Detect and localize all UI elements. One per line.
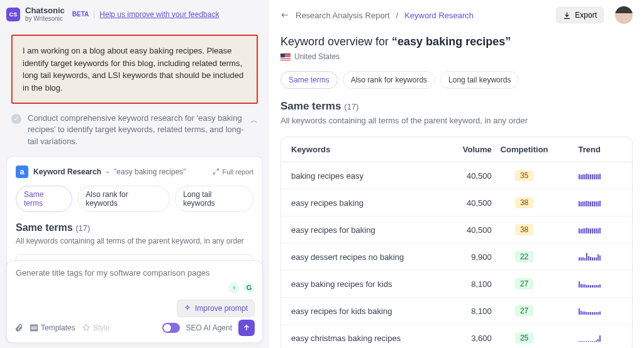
pill-same-terms[interactable]: Same terms [16,186,72,212]
trend-sparkline-icon [579,171,601,179]
cell-volume: 3,600 [441,334,492,343]
attach-icon[interactable] [14,323,23,332]
table-row[interactable]: easy recipes for baking40,50038 [281,216,632,243]
table-row[interactable]: baking recipes easy40,50035 [281,162,632,189]
cell-trend [557,279,622,289]
pill-also-rank[interactable]: Also rank for keywords [77,186,170,212]
cell-competition: 38 [492,197,557,208]
section-subtitle: All keywords containing all terms of the… [16,236,253,247]
task-summary: Conduct comprehensive keyword research f… [28,113,244,147]
user-prompt: I am working on a blog about easy baking… [11,35,258,104]
feedback-link[interactable]: Help us improve with your feedback [99,10,219,19]
cell-volume: 40,500 [441,171,492,181]
pill-long-tail[interactable]: Long tail keywords [175,186,253,212]
cell-competition: 35 [492,170,557,181]
full-report-link[interactable]: Full report [213,168,253,176]
col-competition: Competition [492,145,557,154]
cell-trend [557,225,622,235]
brand-icon-a[interactable]: ♀ [228,282,240,293]
cell-trend [557,171,622,181]
pill-same-terms[interactable]: Same terms [280,71,338,89]
overview-keyword: “easy baking recipes” [392,35,511,48]
overview-prefix: Keyword overview for [280,35,392,48]
cell-volume: 40,500 [441,225,492,235]
grammarly-icon[interactable]: G [243,282,255,293]
cell-competition: 27 [492,278,557,289]
country-label: United States [294,52,340,61]
table-row[interactable]: easy baking recipes for kids8,10027 [281,270,632,297]
cell-keyword: easy recipes baking [291,198,441,208]
cell-trend [557,333,622,344]
cell-volume: 40,500 [441,198,492,208]
col-trend: Trend [557,145,622,154]
cell-trend [557,306,622,317]
section-count: (17) [75,223,90,233]
avatar[interactable] [615,6,633,24]
flag-icon [280,53,291,60]
send-button[interactable] [238,320,255,336]
cell-trend [557,198,622,208]
card-query: "easy baking recipes" [114,167,186,176]
section-subtitle: All keywords containing all terms of the… [280,115,633,126]
cell-volume: 9,900 [441,252,492,262]
trend-sparkline-icon [579,198,601,206]
cell-competition: 25 [492,332,557,344]
cell-competition: 38 [492,224,557,235]
beta-badge: BETA [72,11,89,18]
table-row[interactable]: easy dessert recipes no baking9,90022 [281,243,632,270]
cell-volume: 8,100 [441,306,492,316]
trend-sparkline-icon [579,225,601,233]
section-title: Same terms [280,100,341,112]
cell-keyword: easy dessert recipes no baking [291,252,441,262]
breadcrumb: Research Analysis Report / Keyword Resea… [280,6,633,24]
cell-trend [557,252,622,262]
cell-competition: 27 [492,305,557,317]
table-row[interactable]: easy christmas baking recipes3,60025 [281,324,632,348]
app-byline: by Writesonic [25,15,65,22]
agent-toggle[interactable] [162,323,180,333]
breadcrumb-parent[interactable]: Research Analysis Report [296,11,390,20]
agent-label: SEO AI Agent [186,323,232,332]
back-icon[interactable] [280,11,289,20]
table-row[interactable]: easy recipes for kids baking8,10027 [281,297,632,324]
cell-keyword: easy christmas baking recipes [291,334,441,343]
export-button[interactable]: Export [556,7,604,23]
cell-keyword: baking recipes easy [291,171,441,181]
templates-button[interactable]: Templates [30,323,75,332]
breadcrumb-current: Keyword Research [404,11,474,20]
card-title: Keyword Research [33,167,101,176]
cell-volume: 8,100 [441,279,492,289]
pill-long-tail[interactable]: Long tail keywords [440,71,519,89]
collapse-icon[interactable]: ︿ [250,113,258,126]
section-count: (17) [344,102,358,111]
improve-prompt-button[interactable]: Improve prompt [177,300,255,317]
trend-sparkline-icon [579,252,601,261]
section-title: Same terms [16,222,73,233]
table-row[interactable]: easy recipes baking40,50038 [281,189,632,216]
check-icon: ✓ [11,114,21,124]
keywords-table: Keywords Volume Competition Trend baking… [280,137,633,348]
cell-keyword: easy recipes for kids baking [291,306,441,316]
pill-also-rank[interactable]: Also rank for keywords [343,71,435,89]
app-logo: CS [6,8,20,21]
cell-keyword: easy recipes for baking [291,225,441,235]
col-volume: Volume [441,145,492,154]
tool-icon: a [16,166,28,178]
col-keywords: Keywords [291,145,441,154]
app-name: Chatsonic [25,6,65,15]
cell-keyword: easy baking recipes for kids [291,279,441,289]
trend-sparkline-icon [579,333,601,342]
cell-competition: 22 [492,251,557,262]
trend-sparkline-icon [579,279,601,288]
style-button[interactable]: Style [82,323,110,332]
divider [94,11,94,18]
trend-sparkline-icon [579,306,601,315]
chat-input[interactable] [14,267,255,278]
chat-input-bar: ♀ G Improve prompt Templates Style SEO A… [6,261,263,343]
